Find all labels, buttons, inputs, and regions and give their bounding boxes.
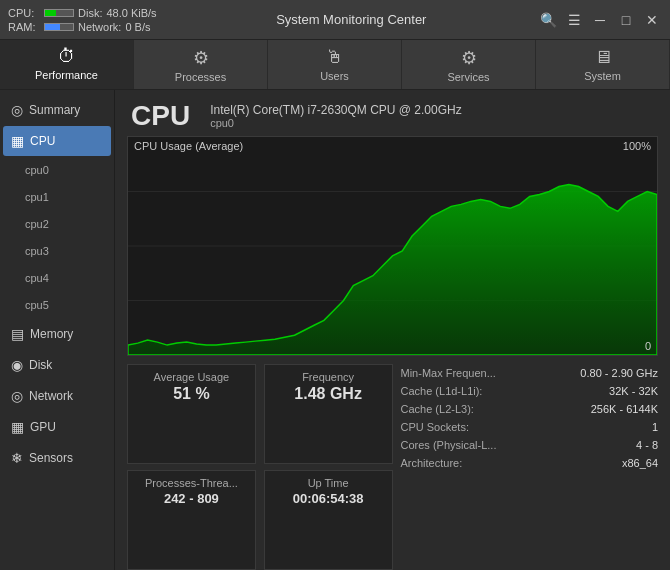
- sidebar-item-cpu5-label: cpu5: [25, 299, 49, 311]
- cpu-usage-bar: [44, 9, 74, 17]
- sidebar-item-cpu3-label: cpu3: [25, 245, 49, 257]
- cpu-icon: ▦: [11, 133, 24, 149]
- tab-services[interactable]: ⚙ Services: [402, 40, 536, 89]
- processes-label: Processes-Threa...: [145, 477, 238, 489]
- spec-key: Min-Max Frequen...: [401, 367, 496, 379]
- sidebar-item-cpu2[interactable]: cpu2: [3, 211, 111, 237]
- cpu-model: Intel(R) Core(TM) i7-2630QM CPU @ 2.00GH…: [210, 103, 462, 117]
- sidebar-item-network[interactable]: ◎ Network: [3, 381, 111, 411]
- network-icon: ◎: [11, 388, 23, 404]
- spec-row: Cores (Physical-L...4 - 8: [401, 438, 659, 452]
- sidebar-item-cpu2-label: cpu2: [25, 218, 49, 230]
- sidebar-item-cpu0-label: cpu0: [25, 164, 49, 176]
- gpu-icon: ▦: [11, 419, 24, 435]
- tab-processes-label: Processes: [175, 71, 226, 83]
- spec-row: Cache (L1d-L1i):32K - 32K: [401, 384, 659, 398]
- cpu-stat-label: CPU:: [8, 7, 40, 19]
- avg-usage-value: 51 %: [173, 385, 209, 403]
- search-icon[interactable]: 🔍: [538, 10, 558, 30]
- cpu-usage-chart: [128, 137, 657, 355]
- window-title: System Monitoring Center: [165, 12, 538, 27]
- sidebar-item-cpu1[interactable]: cpu1: [3, 184, 111, 210]
- cpu-panel-title: CPU: [131, 100, 190, 132]
- sidebar-item-network-label: Network: [29, 389, 73, 403]
- sidebar-item-disk[interactable]: ◉ Disk: [3, 350, 111, 380]
- chart-min-label: 0: [645, 340, 651, 352]
- cpu-content: CPU Intel(R) Core(TM) i7-2630QM CPU @ 2.…: [115, 90, 670, 570]
- sidebar: ◎ Summary ▦ CPU cpu0 cpu1 cpu2 cpu3 cpu4…: [0, 90, 115, 570]
- spec-value: 4 - 8: [636, 439, 658, 451]
- tab-performance[interactable]: ⏱ Performance: [0, 40, 134, 89]
- spec-value: x86_64: [622, 457, 658, 469]
- spec-row: CPU Sockets:1: [401, 420, 659, 434]
- cpu-chart: CPU Usage (Average) 100% 0: [127, 136, 658, 356]
- network-stat-value: 0 B/s: [125, 21, 150, 33]
- sidebar-item-memory[interactable]: ▤ Memory: [3, 319, 111, 349]
- network-stat-label: Network:: [78, 21, 121, 33]
- close-icon[interactable]: ✕: [642, 10, 662, 30]
- sidebar-item-cpu4[interactable]: cpu4: [3, 265, 111, 291]
- uptime-box: Up Time 00:06:54:38: [264, 470, 393, 570]
- ram-stat-label: RAM:: [8, 21, 40, 33]
- tab-users[interactable]: 🖱 Users: [268, 40, 402, 89]
- spec-key: Cores (Physical-L...: [401, 439, 497, 451]
- spec-key: CPU Sockets:: [401, 421, 469, 433]
- uptime-value: 00:06:54:38: [293, 491, 364, 506]
- tab-bar: ⏱ Performance ⚙ Processes 🖱 Users ⚙ Serv…: [0, 40, 670, 90]
- system-tab-icon: 🖥: [594, 47, 612, 68]
- frequency-box: Frequency 1.48 GHz: [264, 364, 393, 464]
- sidebar-item-cpu0[interactable]: cpu0: [3, 157, 111, 183]
- spec-value: 0.80 - 2.90 GHz: [580, 367, 658, 379]
- sidebar-item-cpu[interactable]: ▦ CPU: [3, 126, 111, 156]
- sidebar-item-memory-label: Memory: [30, 327, 73, 341]
- frequency-value: 1.48 GHz: [294, 385, 362, 403]
- menu-icon[interactable]: ☰: [564, 10, 584, 30]
- tab-performance-label: Performance: [35, 69, 98, 81]
- sidebar-item-gpu-label: GPU: [30, 420, 56, 434]
- chart-label: CPU Usage (Average): [134, 140, 243, 152]
- sidebar-item-sensors-label: Sensors: [29, 451, 73, 465]
- minimize-icon[interactable]: ─: [590, 10, 610, 30]
- memory-icon: ▤: [11, 326, 24, 342]
- sidebar-item-sensors[interactable]: ❄ Sensors: [3, 443, 111, 473]
- uptime-label: Up Time: [308, 477, 349, 489]
- spec-row: Min-Max Frequen...0.80 - 2.90 GHz: [401, 366, 659, 380]
- tab-system-label: System: [584, 70, 621, 82]
- sidebar-item-summary-label: Summary: [29, 103, 80, 117]
- tab-users-label: Users: [320, 70, 349, 82]
- summary-icon: ◎: [11, 102, 23, 118]
- spec-key: Cache (L2-L3):: [401, 403, 474, 415]
- sidebar-item-summary[interactable]: ◎ Summary: [3, 95, 111, 125]
- sidebar-item-cpu1-label: cpu1: [25, 191, 49, 203]
- avg-usage-label: Average Usage: [154, 371, 230, 383]
- sidebar-item-cpu5[interactable]: cpu5: [3, 292, 111, 318]
- sidebar-item-cpu3[interactable]: cpu3: [3, 238, 111, 264]
- processes-box: Processes-Threa... 242 - 809: [127, 470, 256, 570]
- spec-key: Cache (L1d-L1i):: [401, 385, 483, 397]
- window-controls: 🔍 ☰ ─ □ ✕: [538, 10, 662, 30]
- sidebar-item-gpu[interactable]: ▦ GPU: [3, 412, 111, 442]
- spec-row: Architecture:x86_64: [401, 456, 659, 470]
- spec-value: 1: [652, 421, 658, 433]
- processes-value: 242 - 809: [164, 491, 219, 506]
- main-content: ◎ Summary ▦ CPU cpu0 cpu1 cpu2 cpu3 cpu4…: [0, 90, 670, 570]
- titlebar: CPU: Disk: 48.0 KiB/s RAM: Network: 0 B/…: [0, 0, 670, 40]
- sidebar-item-cpu4-label: cpu4: [25, 272, 49, 284]
- spec-value: 256K - 6144K: [591, 403, 658, 415]
- processes-tab-icon: ⚙: [193, 47, 209, 69]
- maximize-icon[interactable]: □: [616, 10, 636, 30]
- ram-usage-bar: [44, 23, 74, 31]
- tab-processes[interactable]: ⚙ Processes: [134, 40, 268, 89]
- sidebar-item-cpu-label: CPU: [30, 134, 55, 148]
- performance-tab-icon: ⏱: [58, 46, 76, 67]
- sensors-icon: ❄: [11, 450, 23, 466]
- users-tab-icon: 🖱: [326, 47, 344, 68]
- tab-system[interactable]: 🖥 System: [536, 40, 670, 89]
- cpu-header: CPU Intel(R) Core(TM) i7-2630QM CPU @ 2.…: [115, 90, 670, 136]
- spec-key: Architecture:: [401, 457, 463, 469]
- cpu-subtitle: Intel(R) Core(TM) i7-2630QM CPU @ 2.00GH…: [210, 103, 462, 129]
- system-stats: CPU: Disk: 48.0 KiB/s RAM: Network: 0 B/…: [8, 7, 157, 33]
- cpu-core: cpu0: [210, 117, 462, 129]
- cpu-specs: Min-Max Frequen...0.80 - 2.90 GHzCache (…: [401, 364, 659, 570]
- svg-marker-3: [128, 185, 657, 355]
